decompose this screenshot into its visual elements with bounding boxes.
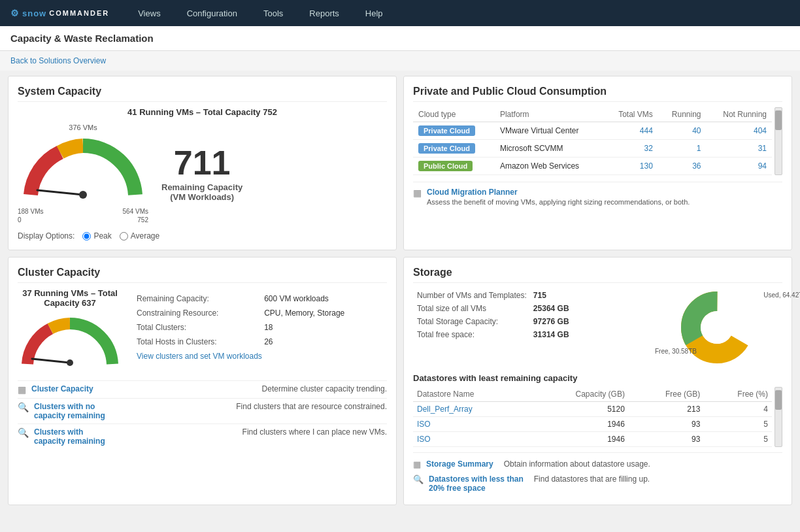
donut-free-label: Free, 30.58TB — [655, 348, 697, 355]
nav-reports[interactable]: Reports — [307, 8, 342, 18]
col-platform: Platform — [495, 107, 604, 122]
brand-logo: ⚙ snow COMMANDER — [10, 8, 109, 18]
donut-svg — [678, 288, 756, 367]
storage-main: Number of VMs and Templates: 715 Total s… — [413, 288, 782, 367]
cloud-row-2: Public Cloud Amazon Web Services 130 36 … — [413, 158, 772, 175]
gauge-label-top: 376 VMs — [18, 124, 148, 131]
page-title: Capacity & Waste Reclamation — [10, 33, 154, 44]
datastores-section: Datastores with least remaining capacity… — [413, 373, 782, 447]
action-0-content: Cluster Capacity — [31, 384, 93, 393]
vms-label: Number of VMs and Templates: — [414, 290, 529, 301]
cluster-action-2: 🔍 Clusters withcapacity remaining Find c… — [18, 424, 387, 449]
radio-average-text: Average — [131, 231, 159, 241]
datastores-20pct-link[interactable]: Datastores with less than20% free space — [429, 474, 524, 493]
cloud-row-1: Private Cloud Microsoft SCVMM 32 1 31 — [413, 140, 772, 158]
total-clusters-label: Total Clusters: — [134, 321, 260, 334]
action-2-content: Clusters withcapacity remaining — [34, 427, 105, 446]
cloud-scrollbar[interactable] — [775, 107, 782, 175]
cluster-subtitle: 37 Running VMs – TotalCapacity 637 — [18, 288, 122, 308]
total-hosts-label: Total Hosts in Clusters: — [134, 335, 260, 348]
cloud-badge-1: Private Cloud — [418, 143, 475, 154]
radio-peak[interactable] — [82, 232, 91, 241]
ds-name-1[interactable]: ISO — [413, 417, 528, 432]
ds-scrollbar[interactable] — [775, 387, 782, 447]
system-capacity-subtitle: 41 Running VMs – Total Capacity 752 — [18, 107, 387, 117]
ds-col-free-gb: Free (GB) — [629, 387, 704, 402]
snow-text: snow — [22, 8, 46, 18]
action-1-desc: Find clusters that are resource constrai… — [236, 402, 387, 411]
remaining-number: 711 — [161, 146, 242, 180]
cluster-title: Cluster Capacity — [18, 267, 387, 283]
cloud-total-1[interactable]: 32 — [603, 140, 658, 158]
constraining-label: Constraining Resource: — [134, 307, 260, 320]
radio-peak-text: Peak — [93, 231, 111, 241]
storage-title: Storage — [413, 267, 782, 283]
cloud-badge-0: Private Cloud — [418, 125, 475, 136]
ds-free-gb-2: 93 — [629, 432, 704, 447]
datastores-title: Datastores with least remaining capacity — [413, 373, 782, 383]
size-label: Total size of all VMs — [414, 303, 529, 314]
cloud-link-row: ▦ Cloud Migration Planner Assess the ben… — [413, 182, 782, 206]
ds-name-2[interactable]: ISO — [413, 432, 528, 447]
storage-summary-link[interactable]: Storage Summary — [426, 459, 493, 469]
col-cloud-type: Cloud type — [413, 107, 495, 122]
cloud-badge-2: Public Cloud — [418, 161, 473, 171]
ds-table-scroll[interactable]: Datastore Name Capacity (GB) Free (GB) F… — [413, 387, 772, 447]
cloud-table-scroll[interactable]: Cloud type Platform Total VMs Running No… — [413, 107, 772, 175]
clusters-no-capacity-link[interactable]: Clusters with nocapacity remaining — [34, 402, 105, 420]
ds-free-pct-0: 4 — [704, 402, 772, 417]
gauge-minmax: 0 752 — [18, 216, 148, 224]
storage-summary-desc: Obtain information about datastore usage… — [504, 459, 650, 469]
cloud-not-running-2[interactable]: 94 — [707, 158, 772, 175]
cloud-platform-0: VMware Virtual Center — [495, 122, 604, 140]
svg-line-2 — [32, 359, 70, 363]
nav-views[interactable]: Views — [135, 8, 163, 18]
cloud-consumption-card: Private and Public Cloud Consumption Clo… — [403, 76, 792, 250]
view-clusters-link[interactable]: View clusters and set VM workloads — [134, 350, 386, 363]
cluster-capacity-link[interactable]: Cluster Capacity — [31, 384, 93, 393]
cloud-total-2[interactable]: 130 — [603, 158, 658, 175]
cloud-link-content: Cloud Migration Planner Assess the benef… — [427, 188, 690, 206]
svg-point-1 — [79, 191, 87, 199]
ds-free-pct-1: 5 — [704, 417, 772, 432]
storage-actions: ▦ Storage Summary Obtain information abo… — [413, 452, 782, 495]
system-capacity-title: System Capacity — [18, 86, 387, 102]
nav-help[interactable]: Help — [363, 8, 386, 18]
cloud-title: Private and Public Cloud Consumption — [413, 86, 782, 102]
cloud-not-running-0[interactable]: 404 — [707, 122, 772, 140]
constraining-value: CPU, Memory, Storage — [261, 307, 386, 320]
col-running: Running — [658, 107, 707, 122]
storage-action-0: ▦ Storage Summary Obtain information abo… — [413, 457, 782, 472]
svg-line-0 — [37, 190, 83, 195]
cloud-running-0[interactable]: 40 — [658, 122, 707, 140]
gauge-label-left: 188 VMs — [18, 208, 43, 215]
col-not-running: Not Running — [707, 107, 772, 122]
breadcrumb-link[interactable]: Back to Solutions Overview — [10, 56, 106, 65]
clusters-with-capacity-link[interactable]: Clusters withcapacity remaining — [34, 427, 105, 446]
cloud-running-1[interactable]: 1 — [658, 140, 707, 158]
radio-average[interactable] — [120, 232, 128, 241]
radio-peak-label[interactable]: Peak — [82, 231, 111, 241]
cloud-not-running-1[interactable]: 31 — [707, 140, 772, 158]
top-navigation: ⚙ snow COMMANDER Views Configuration Too… — [0, 0, 800, 26]
remaining-capacity: 711 Remaining Capacity(VM Workloads) — [161, 146, 242, 202]
cloud-total-0[interactable]: 444 — [603, 122, 658, 140]
system-gauge-container: 376 VMs 188 VMs 564 VMs 0 — [18, 124, 387, 224]
ds-capacity-1: 1946 — [528, 417, 629, 432]
cluster-action-0: ▦ Cluster Capacity Determine cluster cap… — [18, 380, 387, 398]
cloud-migration-link[interactable]: Cloud Migration Planner — [427, 188, 690, 197]
nav-tools[interactable]: Tools — [261, 8, 286, 18]
ds-row-2: ISO 1946 93 5 — [413, 432, 772, 447]
radio-average-label[interactable]: Average — [120, 231, 159, 241]
total-clusters-value: 18 — [261, 321, 386, 334]
storage-chart-icon: ▦ — [413, 459, 421, 469]
nav-configuration[interactable]: Configuration — [184, 8, 240, 18]
ds-name-0[interactable]: Dell_Perf_Array — [413, 402, 528, 417]
search-icon-1: 🔍 — [18, 402, 29, 412]
cluster-stats: Remaining Capacity: 600 VM workloads Con… — [133, 288, 387, 374]
free-label: Total free space: — [414, 329, 529, 341]
ds-scrollbar-thumb — [775, 390, 782, 410]
cluster-action-rows: ▦ Cluster Capacity Determine cluster cap… — [18, 380, 387, 449]
cloud-running-2[interactable]: 36 — [658, 158, 707, 175]
cloud-scrollbar-thumb — [775, 110, 782, 130]
